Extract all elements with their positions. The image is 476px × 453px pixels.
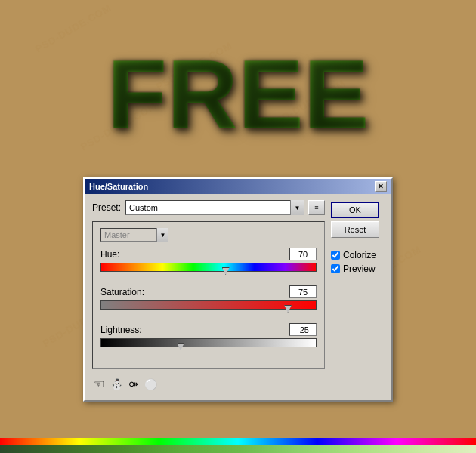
dialog-content: Preset: Custom Default ▼ ≡ Master	[85, 194, 391, 400]
preset-dropdown-wrapper: Custom Default ▼	[125, 200, 304, 215]
lightness-track-wrapper[interactable]	[100, 338, 317, 353]
ok-button[interactable]: OK	[331, 202, 379, 218]
left-panel: Preset: Custom Default ▼ ≡ Master	[92, 200, 325, 394]
lightness-thumb[interactable]	[177, 343, 184, 350]
master-row: Master Reds Yellows Greens Cyans Blues M…	[100, 228, 317, 242]
hue-label: Hue:	[100, 249, 119, 260]
preset-label: Preset:	[92, 202, 121, 213]
dialog-title-bar: Hue/Saturation ✕	[85, 179, 391, 194]
hue-track-wrapper[interactable]	[100, 263, 317, 278]
dialog-title: Hue/Saturation	[89, 182, 148, 191]
lightness-value-input[interactable]	[289, 323, 317, 336]
bottom-icons-row: ☜ ⛄ ⚩ ⚪	[92, 374, 325, 394]
master-dropdown-wrapper: Master Reds Yellows Greens Cyans Blues M…	[100, 228, 168, 242]
saturation-slider-row: Saturation:	[100, 285, 317, 316]
preset-icon-button[interactable]: ≡	[308, 200, 325, 215]
preview-row: Preview	[331, 263, 384, 274]
colorize-row: Colorize	[331, 250, 384, 260]
sliders-area: Master Reds Yellows Greens Cyans Blues M…	[92, 221, 325, 369]
saturation-track[interactable]	[100, 300, 317, 310]
tree-letter-e1: E	[238, 38, 304, 151]
lightness-header: Lightness:	[100, 323, 317, 336]
colorize-label: Colorize	[343, 250, 376, 260]
green-gray-bar	[0, 445, 476, 453]
saturation-label: Saturation:	[100, 287, 144, 297]
saturation-thumb[interactable]	[284, 305, 292, 313]
colorize-checkbox[interactable]	[331, 251, 340, 260]
tree-text-effect: F R E E	[23, 15, 453, 174]
tree-letter-f: F	[107, 38, 167, 151]
hue-track[interactable]	[100, 263, 317, 272]
hue-value-input[interactable]	[289, 248, 317, 260]
hue-slider-row: Hue:	[100, 248, 317, 278]
tree-letter-e2: E	[304, 38, 369, 151]
rainbow-color-bar	[0, 438, 476, 445]
preset-select[interactable]: Custom Default	[125, 200, 304, 215]
preview-label: Preview	[343, 263, 376, 274]
lightness-slider-row: Lightness:	[100, 323, 317, 353]
preview-checkbox[interactable]	[331, 264, 340, 273]
eyedropper-minus-icon[interactable]: ⚪	[144, 378, 157, 390]
saturation-header: Saturation:	[100, 285, 317, 298]
color-bar-section	[0, 438, 476, 453]
hue-saturation-dialog: Hue/Saturation ✕ Preset: Custom Default …	[83, 177, 393, 402]
tree-letter-r: R	[167, 38, 238, 151]
eyedropper-icon[interactable]: ⛄	[110, 378, 123, 390]
hue-header: Hue:	[100, 248, 317, 260]
lightness-track[interactable]	[100, 338, 317, 347]
saturation-track-wrapper[interactable]	[100, 300, 317, 316]
hue-thumb[interactable]	[222, 267, 230, 275]
master-select[interactable]: Master Reds Yellows Greens Cyans Blues M…	[100, 228, 168, 242]
eyedropper-plus-icon[interactable]: ⚩	[129, 378, 138, 390]
right-panel: OK Reset Colorize Preview	[331, 200, 384, 394]
lightness-label: Lightness:	[100, 325, 142, 335]
close-button[interactable]: ✕	[375, 181, 387, 192]
reset-button[interactable]: Reset	[331, 221, 379, 238]
preset-row: Preset: Custom Default ▼ ≡	[92, 200, 325, 215]
saturation-value-input[interactable]	[289, 285, 317, 298]
hand-tool-icon[interactable]: ☜	[94, 377, 104, 391]
